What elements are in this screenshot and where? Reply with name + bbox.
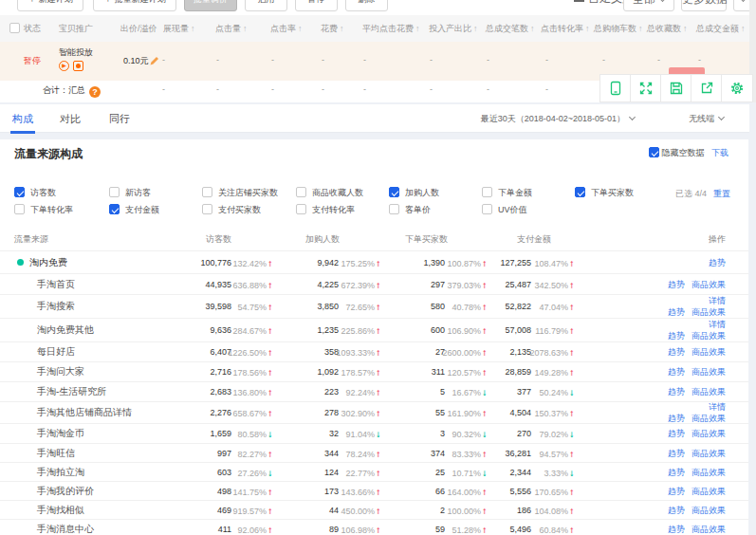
action-link[interactable]: 商品效果 [691,525,726,534]
action-link[interactable]: 商品效果 [691,414,726,423]
metric-value: 2,683 [210,387,231,397]
col-header-sortable[interactable]: 花费↑ [321,23,344,35]
action-link[interactable]: 趋势 [668,449,685,458]
metric-value: 5 [440,387,445,397]
campaign-name[interactable]: 智能投放 [59,46,93,59]
detail-link[interactable]: 详情 [709,402,726,412]
chevron-down-icon [739,0,746,2]
image-icon[interactable] [73,61,83,71]
metric-checkbox-关注店铺买家数[interactable]: 关注店铺买家数 [202,187,296,199]
row-actions: 趋势商品效果 [661,467,726,478]
metric-checkbox-访客数[interactable]: 访客数 [14,187,109,199]
action-link[interactable]: 商品效果 [691,347,726,357]
date-range-select[interactable]: 最近30天（2018-04-02~2018-05-01） [481,113,635,125]
action-link[interactable]: 商品效果 [691,468,726,477]
help-icon[interactable]: ? [89,86,101,98]
action-link[interactable]: 趋势 [668,468,685,477]
metric-checkbox-新访客[interactable]: 新访客 [109,187,202,199]
detail-link[interactable]: 详情 [709,320,726,329]
download-link[interactable]: 下载 [711,147,728,159]
more-data-button[interactable]: 更多数据 [681,0,727,11]
action-link[interactable]: 趋势 [668,387,685,397]
action-link[interactable]: 趋势 [709,258,726,268]
action-link[interactable]: 趋势 [668,280,685,289]
col-header-sortable[interactable]: 展现量↑ [163,23,195,35]
metric-value: 32 [329,429,339,438]
metric-change: 94.57%↑ [539,448,574,458]
table-row-手淘消息中心: 手淘消息中心41192.06%↑89106.98%↑5951.28%↑5,496… [0,520,748,535]
col-header-sortable[interactable]: 点击率↑ [270,23,303,35]
action-link[interactable]: 趋势 [668,429,685,438]
toolbar-button-4[interactable]: 暂停 [295,0,338,11]
action-link[interactable]: 商品效果 [691,449,726,458]
action-link[interactable]: 趋势 [668,307,685,317]
action-link[interactable]: 趋势 [668,347,685,357]
action-link[interactable]: 趋势 [668,506,685,515]
reset-link[interactable]: 重置 [713,188,730,200]
toolbar-button-1[interactable]: ＋ 批量新建计划 [93,0,176,11]
action-link[interactable]: 商品效果 [691,367,726,377]
action-link[interactable]: 商品效果 [691,307,726,317]
source-name: 淘内免费 [17,256,67,269]
metric-value: 4,504 [509,408,531,417]
metric-checkbox-下单金额[interactable]: 下单金额 [482,187,575,199]
tab-bar: 构成 对比 同行 最近30天（2018-04-02~2018-05-01） 无线… [0,104,749,133]
col-header-sortable[interactable]: 总购物车数↑ [594,23,643,35]
col-header-sortable[interactable]: 点击量↑ [215,23,248,35]
share-icon[interactable] [691,75,722,101]
action-link[interactable]: 商品效果 [691,506,726,515]
detail-link[interactable]: 详情 [709,296,726,305]
table-row-手淘-生活研究所: 手淘-生活研究所2,683136.80%↑22392.24%↑516.67%↓3… [0,382,748,402]
metric-checkbox-加购人数[interactable]: 加购人数 [389,187,482,199]
col-header-sortable[interactable]: 点击转化率↑ [541,23,590,35]
toolbar-button-5[interactable]: 删除 [345,0,388,11]
filter-select[interactable]: 全部 [623,0,674,11]
toolbar-button-3[interactable]: 启用 [245,0,287,11]
toolbar-button-0[interactable]: ＋ 新建计划 [17,0,83,11]
mobile-preview-icon[interactable] [600,75,631,101]
metric-value: 4,225 [317,280,339,289]
select-all-checkbox[interactable] [9,23,20,33]
channel-select[interactable]: 无线端 [689,113,724,125]
metric-checkbox-支付转化率[interactable]: 支付转化率 [296,204,389,216]
hide-empty-checkbox[interactable]: 隐藏空数据 [649,147,705,159]
empty-cell: - [698,55,701,65]
edit-bid-icon[interactable] [149,55,160,66]
play-icon[interactable]: ▶ [59,61,69,71]
action-link[interactable]: 趋势 [668,487,685,496]
action-link[interactable]: 趋势 [668,331,685,341]
action-link[interactable]: 趋势 [668,367,685,377]
settings-icon[interactable] [722,75,752,101]
action-link[interactable]: 商品效果 [691,387,726,397]
toolbar-button-2[interactable]: 批量调价 [184,0,237,11]
action-link[interactable]: 商品效果 [691,487,726,496]
col-header-sortable[interactable]: 总收藏数↑ [647,23,688,35]
col-header-sortable[interactable]: 平均点击花费↑ [362,23,420,35]
action-link[interactable]: 商品效果 [691,429,726,438]
action-link[interactable]: 趋势 [668,414,685,423]
col-header-sortable[interactable]: 投入产出比↑ [429,23,478,35]
metric-change: 143.66%↑ [341,486,380,496]
tab-compare[interactable]: 对比 [60,112,81,126]
metric-value: 469 [217,506,231,515]
metric-checkbox-下单转化率[interactable]: 下单转化率 [14,204,109,216]
col-header-sortable[interactable]: 总成交笔数↑ [486,23,535,35]
metric-checkbox-客单价[interactable]: 客单价 [389,204,482,216]
metric-checkbox-UV价值[interactable]: UV价值 [482,204,575,216]
metric-checkbox-商品收藏人数[interactable]: 商品收藏人数 [296,187,389,199]
action-link[interactable]: 趋势 [668,525,685,534]
metric-filter-row1: 访客数新访客关注店铺买家数商品收藏人数加购人数下单金额下单买家数 [14,187,717,199]
metric-checkbox-支付金额[interactable]: 支付金额 [109,204,202,216]
metric-value: 3,850 [317,302,339,311]
table-row-手淘淘金币: 手淘淘金币1,65980.58%↓3291.04%↓390.32%↓27079.… [0,424,748,444]
metric-value: 36,281 [505,449,531,458]
metric-change: 2600.00%↑ [442,347,487,358]
action-link[interactable]: 商品效果 [691,331,726,341]
action-link[interactable]: 商品效果 [691,280,726,289]
col-header-sortable[interactable]: 总成交金额↑ [696,23,746,35]
fullscreen-icon[interactable] [631,75,661,101]
tab-composition[interactable]: 构成 [12,112,33,126]
save-icon[interactable] [661,75,691,101]
metric-checkbox-支付买家数[interactable]: 支付买家数 [202,204,296,216]
tab-peers[interactable]: 同行 [109,112,130,126]
